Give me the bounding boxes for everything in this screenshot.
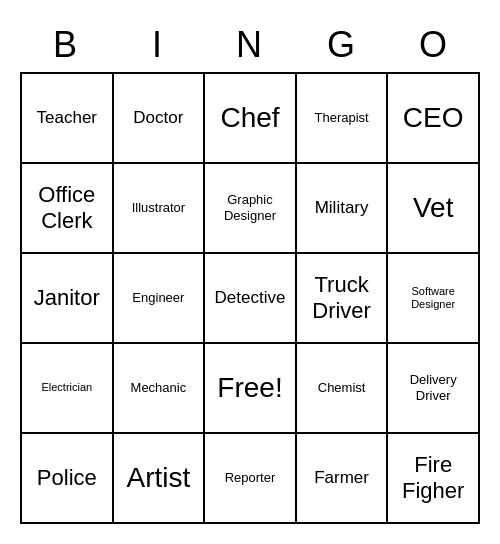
cell-label: Free! bbox=[217, 371, 282, 405]
bingo-cell: Fire Figher bbox=[388, 434, 480, 524]
cell-label: Military bbox=[315, 198, 369, 218]
bingo-cell: Illustrator bbox=[114, 164, 206, 254]
cell-label: Chemist bbox=[318, 380, 366, 396]
bingo-cell: Doctor bbox=[114, 74, 206, 164]
cell-label: Truck Driver bbox=[301, 272, 383, 325]
bingo-letter: N bbox=[204, 20, 296, 72]
bingo-cell: Farmer bbox=[297, 434, 389, 524]
bingo-cell: Police bbox=[22, 434, 114, 524]
bingo-grid: TeacherDoctorChefTherapistCEOOffice Cler… bbox=[20, 72, 480, 524]
cell-label: Chef bbox=[220, 101, 279, 135]
bingo-cell: Engineer bbox=[114, 254, 206, 344]
cell-label: Artist bbox=[127, 461, 191, 495]
bingo-cell: Vet bbox=[388, 164, 480, 254]
cell-label: Doctor bbox=[133, 108, 183, 128]
cell-label: Mechanic bbox=[131, 380, 187, 396]
cell-label: Office Clerk bbox=[26, 182, 108, 235]
bingo-cell: Janitor bbox=[22, 254, 114, 344]
bingo-cell: Chef bbox=[205, 74, 297, 164]
cell-label: Graphic Designer bbox=[209, 192, 291, 223]
cell-label: Delivery Driver bbox=[392, 372, 474, 403]
bingo-header: BINGO bbox=[20, 20, 480, 72]
bingo-cell: Office Clerk bbox=[22, 164, 114, 254]
bingo-card: BINGO TeacherDoctorChefTherapistCEOOffic… bbox=[20, 20, 480, 524]
bingo-cell: Electrician bbox=[22, 344, 114, 434]
bingo-cell: Chemist bbox=[297, 344, 389, 434]
cell-label: Police bbox=[37, 465, 97, 491]
bingo-cell: CEO bbox=[388, 74, 480, 164]
bingo-cell: Software Designer bbox=[388, 254, 480, 344]
bingo-cell: Teacher bbox=[22, 74, 114, 164]
bingo-cell: Mechanic bbox=[114, 344, 206, 434]
bingo-cell: Military bbox=[297, 164, 389, 254]
bingo-cell: Detective bbox=[205, 254, 297, 344]
cell-label: Electrician bbox=[41, 381, 92, 394]
cell-label: Illustrator bbox=[132, 200, 185, 216]
cell-label: Software Designer bbox=[392, 285, 474, 311]
cell-label: Vet bbox=[413, 191, 453, 225]
bingo-cell: Artist bbox=[114, 434, 206, 524]
cell-label: Engineer bbox=[132, 290, 184, 306]
cell-label: Teacher bbox=[37, 108, 97, 128]
bingo-cell: Reporter bbox=[205, 434, 297, 524]
bingo-letter: I bbox=[112, 20, 204, 72]
cell-label: Janitor bbox=[34, 285, 100, 311]
bingo-letter: G bbox=[296, 20, 388, 72]
cell-label: Therapist bbox=[314, 110, 368, 126]
bingo-cell: Graphic Designer bbox=[205, 164, 297, 254]
bingo-cell: Therapist bbox=[297, 74, 389, 164]
cell-label: Detective bbox=[215, 288, 286, 308]
bingo-letter: O bbox=[388, 20, 480, 72]
cell-label: CEO bbox=[403, 101, 464, 135]
bingo-cell: Truck Driver bbox=[297, 254, 389, 344]
bingo-cell: Delivery Driver bbox=[388, 344, 480, 434]
bingo-letter: B bbox=[20, 20, 112, 72]
cell-label: Fire Figher bbox=[392, 452, 474, 505]
cell-label: Reporter bbox=[225, 470, 276, 486]
cell-label: Farmer bbox=[314, 468, 369, 488]
bingo-cell: Free! bbox=[205, 344, 297, 434]
